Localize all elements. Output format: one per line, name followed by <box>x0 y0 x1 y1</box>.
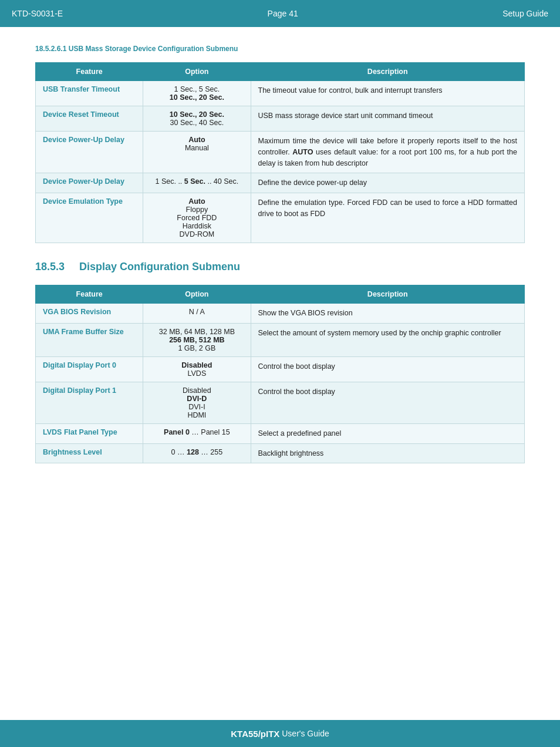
option-line: 32 MB, 64 MB, 128 MB <box>150 328 243 336</box>
option-cell: N / A <box>143 304 251 324</box>
option-line: Forced FDD <box>150 214 243 222</box>
desc-cell: Define the device power-up delay <box>251 173 525 193</box>
section-title-2: 18.5.3 Display Configuration Submenu <box>35 261 525 273</box>
col-desc-1: Description <box>251 63 525 81</box>
col-feature-2: Feature <box>36 285 143 304</box>
option-cell: 1 Sec., 5 Sec.10 Sec., 20 Sec. <box>143 81 251 106</box>
feature-cell: UMA Frame Buffer Size <box>36 323 143 356</box>
header-center: Page 41 <box>268 9 298 18</box>
option-cell: 10 Sec., 20 Sec.30 Sec., 40 Sec. <box>143 106 251 132</box>
section-number-2: 18.5.3 <box>35 261 65 272</box>
option-line: 1 GB, 2 GB <box>150 344 243 352</box>
option-cell: 32 MB, 64 MB, 128 MB256 MB, 512 MB1 GB, … <box>143 323 251 356</box>
desc-cell: Control the boot display <box>251 382 525 423</box>
main-content: 18.5.2.6.1 USB Mass Storage Device Confi… <box>0 27 560 540</box>
desc-cell: The timeout value for control, bulk and … <box>251 81 525 106</box>
page-header: KTD-S0031-E Page 41 Setup Guide <box>0 0 560 27</box>
table-row: Device Power-Up Delay1 Sec. .. 5 Sec. ..… <box>36 173 525 193</box>
feature-cell: Device Emulation Type <box>36 193 143 243</box>
option-cell: AutoFloppyForced FDDHarddiskDVD-ROM <box>143 193 251 243</box>
feature-cell: Digital Display Port 1 <box>36 382 143 423</box>
option-cell: AutoManual <box>143 132 251 173</box>
table-row: Device Reset Timeout10 Sec., 20 Sec.30 S… <box>36 106 525 132</box>
option-line: Disabled <box>150 386 243 395</box>
option-cell: DisabledDVI-DDVI-IHDMI <box>143 382 251 423</box>
table-row: UMA Frame Buffer Size32 MB, 64 MB, 128 M… <box>36 323 525 356</box>
table-row: Device Emulation TypeAutoFloppyForced FD… <box>36 193 525 243</box>
section-heading-1: 18.5.2.6.1 USB Mass Storage Device Confi… <box>35 45 525 53</box>
table-row: Device Power-Up DelayAutoManualMaximum t… <box>36 132 525 173</box>
footer-brand: KTA55/pITX <box>231 729 279 739</box>
page-footer: KTA55/pITX User's Guide <box>0 720 560 747</box>
option-line: Auto <box>150 136 243 144</box>
table-row: Brightness Level0 … 128 … 255Backlight b… <box>36 443 525 463</box>
desc-cell: Define the emulation type. Forced FDD ca… <box>251 193 525 243</box>
desc-cell: Backlight brightness <box>251 443 525 463</box>
table-row: Digital Display Port 0DisabledLVDSContro… <box>36 356 525 382</box>
option-line: HDMI <box>150 411 243 419</box>
option-line: Harddisk <box>150 222 243 230</box>
feature-cell: Device Power-Up Delay <box>36 173 143 193</box>
footer-suffix: User's Guide <box>279 729 329 738</box>
option-line: 10 Sec., 20 Sec. <box>150 110 243 119</box>
col-option-1: Option <box>143 63 251 81</box>
header-right: Setup Guide <box>502 9 548 18</box>
col-desc-2: Description <box>251 285 525 304</box>
feature-cell: USB Transfer Timeout <box>36 81 143 106</box>
feature-cell: Digital Display Port 0 <box>36 356 143 382</box>
option-line: 10 Sec., 20 Sec. <box>150 93 243 102</box>
header-left: KTD-S0031-E <box>12 9 63 18</box>
feature-cell: VGA BIOS Revision <box>36 304 143 324</box>
display-config-table: Feature Option Description VGA BIOS Revi… <box>35 285 525 463</box>
option-line: DVI-I <box>150 403 243 411</box>
section-title-text-2: Display Configuration Submenu <box>79 261 240 272</box>
desc-cell: Select the amount of system memory used … <box>251 323 525 356</box>
option-line: DVI-D <box>150 395 243 403</box>
desc-cell: Show the VGA BIOS revision <box>251 304 525 324</box>
feature-cell: Device Reset Timeout <box>36 106 143 132</box>
table-row: USB Transfer Timeout1 Sec., 5 Sec.10 Sec… <box>36 81 525 106</box>
option-cell: DisabledLVDS <box>143 356 251 382</box>
col-feature-1: Feature <box>36 63 143 81</box>
desc-cell: USB mass storage device start unit comma… <box>251 106 525 132</box>
option-line: Floppy <box>150 206 243 214</box>
option-line: 30 Sec., 40 Sec. <box>150 119 243 127</box>
option-line: Disabled <box>150 361 243 369</box>
desc-cell: Control the boot display <box>251 356 525 382</box>
option-line: 256 MB, 512 MB <box>150 336 243 344</box>
table-row: Digital Display Port 1DisabledDVI-DDVI-I… <box>36 382 525 423</box>
option-cell: 1 Sec. .. 5 Sec. .. 40 Sec. <box>143 173 251 193</box>
option-line: N / A <box>150 308 243 316</box>
desc-cell: Select a predefined panel <box>251 423 525 443</box>
feature-cell: Brightness Level <box>36 443 143 463</box>
feature-cell: LVDS Flat Panel Type <box>36 423 143 443</box>
option-line: LVDS <box>150 369 243 378</box>
option-line: Auto <box>150 197 243 206</box>
option-cell: Panel 0 … Panel 15 <box>143 423 251 443</box>
col-option-2: Option <box>143 285 251 304</box>
feature-cell: Device Power-Up Delay <box>36 132 143 173</box>
option-line: Manual <box>150 144 243 152</box>
table-row: VGA BIOS RevisionN / AShow the VGA BIOS … <box>36 304 525 324</box>
table-row: LVDS Flat Panel TypePanel 0 … Panel 15Se… <box>36 423 525 443</box>
desc-cell: Maximum time the device will take before… <box>251 132 525 173</box>
option-line: 1 Sec., 5 Sec. <box>150 85 243 93</box>
usb-storage-table: Feature Option Description USB Transfer … <box>35 62 525 243</box>
option-cell: 0 … 128 … 255 <box>143 443 251 463</box>
option-line: DVD-ROM <box>150 230 243 238</box>
